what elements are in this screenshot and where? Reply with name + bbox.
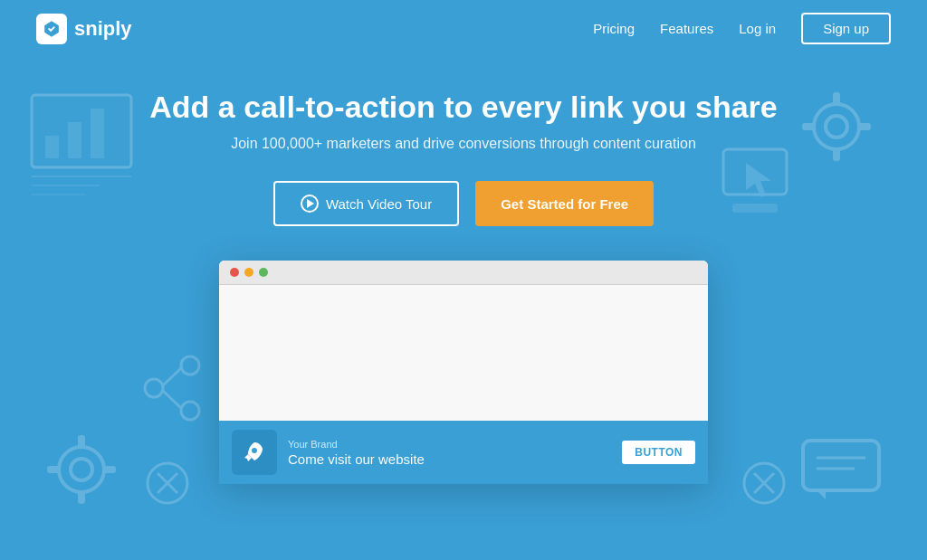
logo-link[interactable]: sniply — [36, 14, 132, 44]
hero-title: Add a call-to-action to every link you s… — [18, 90, 909, 125]
browser-mockup: Your Brand Come visit our website BUTTON — [219, 261, 708, 484]
header: sniply Pricing Features Log in Sign up — [0, 0, 927, 57]
get-started-button[interactable]: Get Started for Free — [475, 181, 654, 226]
nav-features[interactable]: Features — [660, 21, 713, 36]
browser-dot-yellow — [244, 268, 253, 277]
logo-text: sniply — [74, 17, 132, 41]
watch-video-button[interactable]: Watch Video Tour — [273, 181, 459, 226]
play-triangle-icon — [307, 199, 314, 208]
hero-section: Add a call-to-action to every link you s… — [0, 57, 927, 252]
cta-action-button[interactable]: BUTTON — [622, 441, 695, 464]
browser-container: Your Brand Come visit our website BUTTON — [0, 261, 927, 484]
cta-message-text: Come visit our website — [288, 451, 611, 467]
nav-login[interactable]: Log in — [739, 21, 776, 36]
cta-brand-label: Your Brand — [288, 439, 611, 450]
main-nav: Pricing Features Log in Sign up — [593, 13, 891, 44]
svg-point-37 — [252, 448, 257, 453]
cta-text: Your Brand Come visit our website — [288, 439, 611, 467]
watch-video-label: Watch Video Tour — [326, 196, 432, 212]
browser-content-area: Your Brand Come visit our website BUTTON — [219, 285, 708, 484]
nav-pricing[interactable]: Pricing — [593, 21, 635, 36]
signup-button[interactable]: Sign up — [801, 13, 891, 44]
logo-icon — [36, 14, 67, 44]
hero-buttons: Watch Video Tour Get Started for Free — [18, 181, 909, 226]
hero-subtitle: Join 100,000+ marketers and drive conver… — [18, 136, 909, 152]
browser-toolbar — [219, 261, 708, 285]
play-circle-icon — [301, 195, 319, 213]
rocket-icon — [241, 439, 268, 466]
cta-rocket-icon-box — [232, 430, 277, 475]
browser-dot-green — [259, 268, 268, 277]
cta-bar: Your Brand Come visit our website BUTTON — [219, 421, 708, 484]
browser-dot-red — [230, 268, 239, 277]
svg-rect-10 — [78, 491, 85, 504]
svg-marker-22 — [817, 490, 826, 499]
